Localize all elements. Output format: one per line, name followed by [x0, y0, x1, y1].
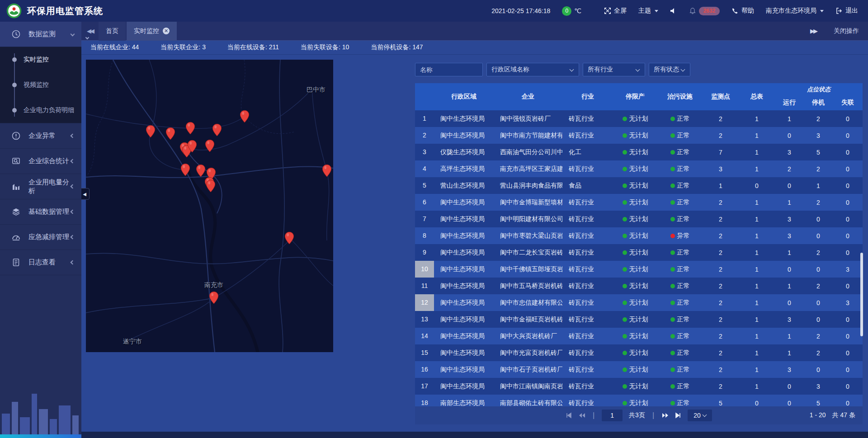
cell-total-meter: 1 — [739, 249, 775, 256]
table-row-3[interactable]: 3仪陇生态环境局西南油气田分公司川中化工无计划正常71350 — [415, 144, 863, 160]
sidebar-group-label: 数据监测 — [28, 30, 56, 38]
sidebar-group-6[interactable]: 日志查看 — [0, 250, 81, 275]
cell-company: 南部县砌佑土砖有限公 — [494, 399, 562, 407]
cell-facility-status: 异常 — [657, 232, 703, 240]
table-row-17[interactable]: 17阆中生态环境局阆中市江南镇阆南页岩砖瓦行业无计划正常21030 — [415, 378, 863, 395]
table-scrollbar-thumb[interactable] — [860, 253, 863, 336]
table-row-15[interactable]: 15阆中生态环境局阆中市光富页岩机砖厂砖瓦行业无计划正常21120 — [415, 344, 863, 361]
sidebar-item-视频监控[interactable]: 视频监控 — [0, 72, 81, 98]
table-row-9[interactable]: 9阆中生态环境局阆中市二龙长宝页岩砖砖瓦行业无计划正常21120 — [415, 244, 863, 261]
table-row-10[interactable]: 10阆中生态环境局阆中千佛镇五郎垭页岩砖瓦行业无计划正常21003 — [415, 261, 863, 278]
map-pin-icon[interactable] — [165, 127, 175, 141]
city-label: 南充市 — [204, 281, 223, 289]
cell-facility-status: 正常 — [657, 215, 703, 223]
org-dropdown[interactable]: 南充市生态环境局 — [766, 7, 824, 15]
cell-stop-limit-status: 无计划 — [613, 366, 657, 374]
column-point-status: 点位状态 — [775, 85, 863, 94]
sidebar-group-2[interactable]: 企业综合统计 — [0, 149, 81, 174]
cell-stop-limit-status: 无计划 — [613, 399, 657, 407]
column-pollution-facility: 治污设施 — [657, 93, 703, 101]
map-pin-icon[interactable] — [212, 123, 222, 137]
map-pin-icon[interactable] — [284, 231, 294, 245]
table-row-16[interactable]: 16阆中生态环境局阆中市石子页岩机砖厂砖瓦行业无计划正常21300 — [415, 361, 863, 378]
map-pin-icon[interactable] — [180, 163, 190, 177]
sidebar-item-实时监控[interactable]: 实时监控 — [0, 47, 81, 72]
table-row-7[interactable]: 7阆中生态环境局阆中明阳建材有限公司砖瓦行业无计划正常21300 — [415, 211, 863, 227]
table-row-6[interactable]: 6阆中生态环境局阆中市金博瑞新型墙材砖瓦行业无计划正常21120 — [415, 194, 863, 211]
chevron-left-icon — [71, 235, 75, 240]
table-row-13[interactable]: 13阆中生态环境局阆中市金福旺页岩机砖砖瓦行业无计划正常21300 — [415, 311, 863, 328]
sidebar-group-1[interactable]: 企业异常 — [0, 123, 81, 149]
name-filter-field[interactable] — [415, 63, 483, 76]
page-size-select[interactable]: 20 — [688, 410, 712, 421]
table-row-1[interactable]: 1阆中生态环境局阆中强锐页岩砖厂砖瓦行业无计划正常21120 — [415, 110, 863, 127]
help-button[interactable]: 帮助 — [731, 7, 754, 15]
tabs-scroll-left-button[interactable]: ◀◀ — [81, 28, 99, 34]
sidebar-group-5[interactable]: 应急减排管理 — [0, 225, 81, 250]
map-pin-icon[interactable] — [146, 125, 156, 138]
sidebar-group-4[interactable]: 基础数据管理 — [0, 199, 81, 225]
table-row-4[interactable]: 4高坪生态环境局南充市高坪区王家店建砖瓦行业无计划正常31220 — [415, 160, 863, 177]
cell-industry: 砖瓦行业 — [562, 265, 613, 273]
status-dot-icon — [670, 317, 675, 322]
industry-filter-select[interactable]: 所有行业 — [583, 63, 645, 76]
sidebar-group-label: 企业用电量分析 — [28, 178, 75, 195]
table-row-14[interactable]: 14阆中生态环境局阆中大兴页岩机砖厂砖瓦行业无计划正常21120 — [415, 328, 863, 344]
sidebar-group-3[interactable]: 企业用电量分析 — [0, 174, 81, 199]
map-pin-icon[interactable] — [206, 179, 216, 193]
chevron-down-icon — [655, 10, 658, 12]
region-filter-select[interactable]: 行政区域名称 — [486, 63, 579, 76]
sidebar-item-企业电力负荷明细[interactable]: 企业电力负荷明细 — [0, 98, 81, 123]
tab-close-icon[interactable]: ✕ — [163, 28, 170, 34]
table-row-12[interactable]: 12阆中生态环境局阆中市忠信建材有限公砖瓦行业无计划正常21003 — [415, 294, 863, 311]
map-panel[interactable]: 巴中市南充市遂宁市 — [86, 60, 333, 352]
cell-row-index: 7 — [415, 211, 434, 227]
fullscreen-button[interactable]: 全屏 — [604, 7, 627, 15]
map-pin-icon[interactable] — [322, 164, 332, 178]
table-row-11[interactable]: 11阆中生态环境局阆中市五马桥页岩机砖砖瓦行业无计划正常21120 — [415, 278, 863, 294]
status-dot-icon — [623, 267, 627, 272]
table-row-18[interactable]: 18南部生态环境局南部县砌佑土砖有限公砖瓦行业无计划正常50050 — [415, 395, 863, 406]
table-row-5[interactable]: 5营山生态环境局营山县润丰肉食品有限食品无计划正常10010 — [415, 177, 863, 194]
first-page-button[interactable] — [566, 412, 572, 419]
alarm-indicator[interactable]: 2632 — [689, 7, 720, 15]
cell-industry: 化工 — [562, 148, 613, 156]
page-number-input[interactable]: 1 — [602, 410, 623, 421]
prev-page-button[interactable] — [578, 412, 585, 419]
map-pin-icon[interactable] — [240, 110, 250, 123]
map-pin-icon[interactable] — [209, 291, 219, 305]
close-operations-button[interactable]: 关闭操作 — [834, 27, 859, 35]
cell-lost: 3 — [833, 299, 863, 306]
cell-region: 阆中生态环境局 — [434, 215, 494, 223]
cell-industry: 砖瓦行业 — [562, 132, 613, 140]
tabs-scroll-right-button[interactable]: ▶▶ — [805, 28, 822, 34]
exit-button[interactable]: 退出 — [835, 7, 858, 15]
logout-icon — [835, 7, 843, 14]
sound-button[interactable] — [670, 7, 677, 14]
cell-monitor-points: 3 — [703, 165, 739, 173]
pagination-divider: | — [651, 411, 655, 419]
cell-total-meter: 1 — [739, 299, 775, 306]
cell-region: 阆中生态环境局 — [434, 366, 494, 374]
cell-total-meter: 1 — [739, 283, 775, 290]
sidebar-group-0[interactable]: 数据监测 — [0, 22, 81, 47]
map-pin-icon[interactable] — [205, 139, 215, 153]
table-row-2[interactable]: 2阆中生态环境局阆中市南方节能建材有砖瓦行业无计划正常21030 — [415, 127, 863, 144]
tab-realtime-monitor[interactable]: 实时监控 ✕ — [127, 22, 177, 41]
status-filter-select[interactable]: 所有状态 — [649, 63, 690, 76]
map-pin-icon[interactable] — [187, 140, 197, 153]
name-filter-input[interactable] — [420, 66, 478, 73]
map-pin-icon[interactable] — [185, 122, 195, 135]
next-page-button[interactable] — [661, 412, 669, 419]
app-title: 环保用电监管系统 — [27, 5, 103, 17]
chevron-down-icon — [71, 32, 75, 37]
last-page-button[interactable] — [675, 412, 681, 419]
cell-running: 2 — [775, 165, 804, 173]
map-pin-icon[interactable] — [196, 164, 206, 178]
cell-stop-limit-status: 无计划 — [613, 215, 657, 223]
theme-dropdown[interactable]: 主题 — [638, 7, 658, 15]
table-row-8[interactable]: 8阆中生态环境局阆中市枣碧大梁山页岩砖瓦行业无计划异常21300 — [415, 227, 863, 244]
tab-home[interactable]: 首页 — [99, 22, 126, 41]
cell-industry: 砖瓦行业 — [562, 366, 613, 374]
stat-online-devices: 当前在线设备: 211 — [227, 43, 279, 52]
